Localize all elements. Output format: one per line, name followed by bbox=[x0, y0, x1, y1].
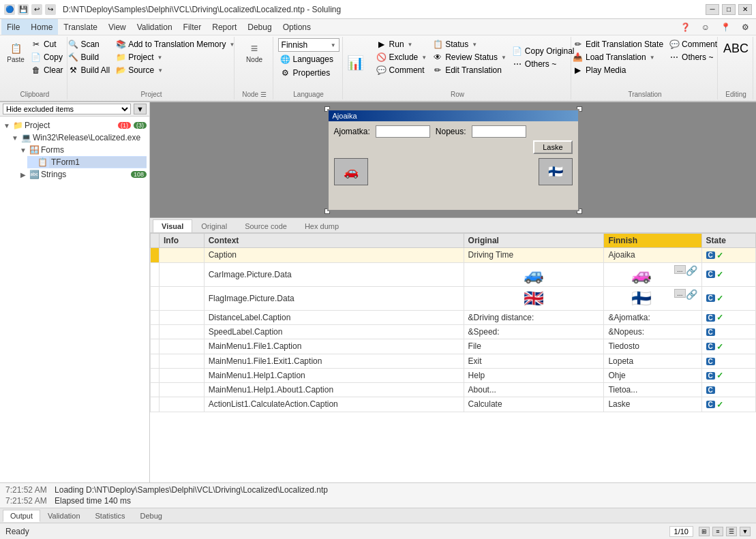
bottom-tab-debug[interactable]: Debug bbox=[133, 510, 170, 522]
more-button-2[interactable]: ... bbox=[674, 265, 685, 274]
col-marker bbox=[151, 234, 160, 248]
node-button[interactable]: ≡ Node bbox=[243, 38, 265, 65]
status-btn-icon: 📋 bbox=[432, 39, 443, 50]
ribbon-content: 📋 Paste ✂ Cut 📄 Copy 🗑 Clear bbox=[0, 35, 756, 101]
footer-settings-icon[interactable]: ▼ bbox=[740, 527, 751, 536]
field2-input[interactable] bbox=[472, 125, 526, 138]
more-button-3[interactable]: ... bbox=[674, 289, 685, 298]
translations-table-element: Info Context Original Finnish State Capt… bbox=[150, 233, 756, 412]
table-row[interactable]: DistanceLabel.Caption &Driving distance:… bbox=[151, 310, 756, 325]
menu-item-report[interactable]: Report bbox=[207, 19, 242, 35]
translation-inner: ✏ Edit Translation State 📥 Load Translat… bbox=[571, 38, 719, 98]
paste-button[interactable]: 📋 Paste bbox=[4, 38, 27, 65]
feedback-button[interactable]: ☺ bbox=[696, 19, 715, 35]
c-badge: C bbox=[706, 251, 715, 259]
col-finnish: Finnish bbox=[604, 234, 701, 248]
table-row[interactable]: MainMenu1.File1.Exit1.Caption Exit Lopet… bbox=[151, 354, 756, 368]
menu-item-view[interactable]: View bbox=[103, 19, 132, 35]
undo-icon[interactable]: ↩ bbox=[31, 4, 42, 15]
status-icon-btn[interactable]: 📊 bbox=[339, 52, 373, 72]
project-button[interactable]: 📁 Project ▼ bbox=[113, 51, 237, 63]
review-status-button[interactable]: 👁 Review Status ▼ bbox=[430, 51, 509, 63]
bottom-tab-output[interactable]: Output bbox=[3, 510, 40, 522]
trans-others-button[interactable]: ⋯ Others ~ bbox=[667, 51, 719, 63]
table-row[interactable]: MainMenu1.Help1.Caption Help Ohje C✓ bbox=[151, 368, 756, 383]
table-row[interactable]: SpeedLabel.Caption &Speed: &Nopeus: C bbox=[151, 325, 756, 339]
tab-source-code[interactable]: Source code bbox=[236, 219, 296, 232]
sidebar-filter-button[interactable]: ▼ bbox=[134, 104, 147, 114]
redo-icon[interactable]: ↪ bbox=[45, 4, 56, 15]
languages-label: Languages bbox=[293, 55, 333, 64]
menu-item-options[interactable]: Options bbox=[277, 19, 316, 35]
trans-comment-button[interactable]: 💬 Comment bbox=[667, 38, 719, 50]
node-inner: ≡ Node bbox=[243, 38, 265, 98]
close-button[interactable]: ✕ bbox=[738, 4, 752, 15]
load-translation-button[interactable]: 📥 Load Translation ▼ bbox=[571, 51, 665, 63]
tab-visual[interactable]: Visual bbox=[153, 219, 192, 232]
play-media-button[interactable]: ▶ Play Media bbox=[571, 64, 665, 76]
languages-button[interactable]: 🌐 Languages bbox=[278, 53, 339, 65]
tab-original[interactable]: Original bbox=[192, 219, 236, 232]
table-row[interactable]: CarImage.Picture.Data 🚙 🚙 🔗 ... C✓ bbox=[151, 262, 756, 286]
exe-icon: 💻 bbox=[20, 132, 31, 143]
exclude-button[interactable]: 🚫 Exclude ▼ bbox=[374, 51, 429, 63]
help-button[interactable]: ❓ bbox=[675, 19, 696, 35]
source-button[interactable]: 📂 Source ▼ bbox=[113, 64, 237, 76]
spell-check-button[interactable]: ABC bbox=[726, 38, 746, 57]
table-row[interactable]: FlagImage.Picture.Data 🇬🇧 🇫🇮 🔗 ... C✓ bbox=[151, 286, 756, 310]
language-selector[interactable]: Finnish ▼ bbox=[278, 38, 339, 52]
sidebar-item-exe[interactable]: ▼ 💻 Win32\Release\Localized.exe bbox=[11, 132, 147, 144]
menu-item-filter[interactable]: Filter bbox=[178, 19, 207, 35]
build-all-button[interactable]: ⚒ Build All bbox=[65, 64, 112, 76]
table-row[interactable]: ActionList1.CalculateAction.Caption Calc… bbox=[151, 397, 756, 412]
hide-excluded-select[interactable]: Hide excluded items bbox=[3, 104, 131, 114]
row-state-3: C✓ bbox=[701, 286, 755, 310]
row-marker-1 bbox=[151, 248, 160, 263]
table-row[interactable]: MainMenu1.File1.Caption File Tiedosto C✓ bbox=[151, 339, 756, 354]
footer-icon-1[interactable]: ⊞ bbox=[699, 527, 710, 536]
run-button[interactable]: ▶ Run ▼ bbox=[374, 38, 429, 50]
row-finnish-5: &Nopeus: bbox=[604, 325, 701, 339]
edit-translation-button[interactable]: ✏ Edit Translation bbox=[430, 64, 509, 76]
build-button[interactable]: 🔨 Build bbox=[65, 51, 112, 63]
settings-icon[interactable]: ⚙ bbox=[736, 19, 755, 35]
table-row[interactable]: MainMenu1.Help1.About1.Caption About... … bbox=[151, 383, 756, 397]
copy-original-button[interactable]: 📄 Copy Original bbox=[510, 45, 577, 57]
row-others-button[interactable]: ⋯ Others ~ bbox=[510, 58, 577, 70]
location-button[interactable]: 📍 bbox=[715, 19, 736, 35]
menu-item-file[interactable]: File bbox=[1, 19, 25, 35]
form-calculate-button[interactable]: Laske bbox=[533, 140, 572, 154]
table-row[interactable]: Caption Driving Time Ajoaika C✓ bbox=[151, 248, 756, 263]
bottom-tab-validation[interactable]: Validation bbox=[40, 510, 88, 522]
sidebar-item-strings[interactable]: ▶ 🔤 Strings 108 bbox=[19, 168, 147, 181]
row-context-9: MainMenu1.Help1.About1.Caption bbox=[204, 383, 464, 397]
sidebar-item-tform1[interactable]: 📋 TForm1 bbox=[27, 156, 147, 168]
status-button[interactable]: 📋 Status ▼ bbox=[430, 38, 509, 50]
menu-item-validation[interactable]: Validation bbox=[132, 19, 178, 35]
cut-button[interactable]: ✂ Cut bbox=[29, 38, 65, 50]
clear-button[interactable]: 🗑 Clear bbox=[29, 64, 65, 76]
sidebar-item-project[interactable]: ▼ 📁 Project (1) (3) bbox=[3, 119, 147, 132]
minimize-button[interactable]: ─ bbox=[706, 4, 719, 15]
menu-item-home[interactable]: Home bbox=[25, 19, 58, 35]
bottom-tab-statistics[interactable]: Statistics bbox=[88, 510, 133, 522]
footer-icon-3[interactable]: ☰ bbox=[726, 527, 737, 536]
tab-hex-dump[interactable]: Hex dump bbox=[296, 219, 348, 232]
scan-button[interactable]: 🔍 Scan bbox=[65, 38, 112, 50]
clear-icon: 🗑 bbox=[31, 65, 42, 76]
forms-icon: 🪟 bbox=[29, 144, 40, 155]
field1-input[interactable] bbox=[376, 125, 430, 138]
strings-badge: 108 bbox=[131, 171, 147, 178]
copy-button[interactable]: 📄 Copy bbox=[29, 51, 65, 63]
properties-button[interactable]: ⚙ Properties bbox=[278, 67, 339, 79]
save-icon[interactable]: 💾 bbox=[18, 4, 29, 15]
add-to-tm-button[interactable]: 📚 Add to Translation Memory ▼ bbox=[113, 38, 237, 50]
footer-icon-2[interactable]: ≡ bbox=[712, 527, 723, 536]
comment-button[interactable]: 💬 Comment bbox=[374, 64, 429, 76]
menu-item-debug[interactable]: Debug bbox=[242, 19, 277, 35]
menu-item-translate[interactable]: Translate bbox=[58, 19, 103, 35]
sidebar-item-forms[interactable]: ▼ 🪟 Forms bbox=[19, 144, 147, 156]
maximize-button[interactable]: □ bbox=[722, 4, 736, 15]
row-original-9: About... bbox=[464, 383, 604, 397]
edit-state-button[interactable]: ✏ Edit Translation State bbox=[571, 38, 665, 50]
